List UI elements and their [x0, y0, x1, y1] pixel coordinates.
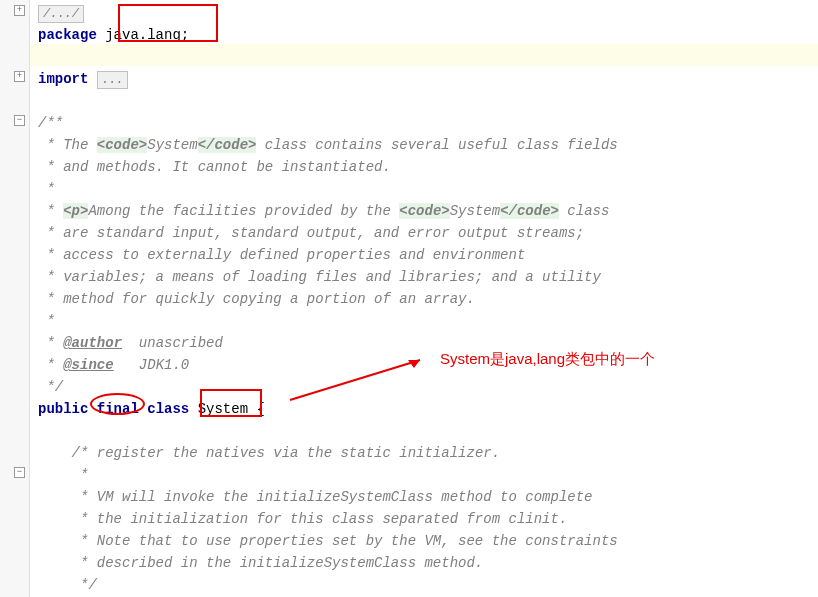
class-name: System: [198, 401, 248, 417]
keyword-final: final: [97, 401, 139, 417]
javadoc-open: /**: [38, 115, 63, 131]
fold-icon[interactable]: [14, 115, 25, 126]
fold-placeholder[interactable]: ...: [97, 71, 129, 89]
code-editor[interactable]: /.../ package java.lang; import ... /** …: [30, 0, 818, 596]
keyword-public: public: [38, 401, 97, 417]
javadoc-since-tag: @since: [63, 357, 113, 373]
fold-icon[interactable]: [14, 467, 25, 478]
keyword-class: class: [139, 401, 198, 417]
fold-icon[interactable]: [14, 71, 25, 82]
javadoc-author-tag: @author: [63, 335, 122, 351]
package-name: java.lang;: [97, 27, 189, 43]
annotation-text: System是java,lang类包中的一个: [440, 350, 655, 369]
editor-gutter: [0, 0, 30, 597]
keyword-import: import: [38, 71, 88, 87]
fold-placeholder[interactable]: /.../: [38, 5, 84, 23]
keyword-package: package: [38, 27, 97, 43]
fold-icon[interactable]: [14, 5, 25, 16]
